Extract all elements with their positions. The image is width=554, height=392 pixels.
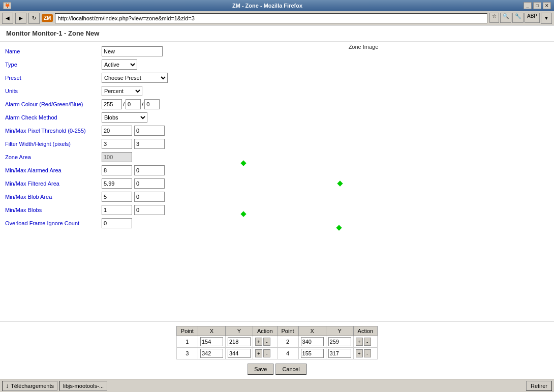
remove-point-1-button[interactable]: - (263, 338, 270, 346)
filtered-area-max[interactable] (134, 178, 165, 189)
filter-size-row: Filter Width/Height (pixels) (3, 137, 170, 150)
color-sep-1: / (123, 101, 125, 107)
blob-area-label: Min/Max Blob Area (3, 190, 100, 203)
remove-point-2-button[interactable]: - (364, 338, 371, 346)
col-x2: X (298, 326, 326, 336)
filter-height-input[interactable] (134, 139, 165, 149)
zone-area-row: Zone Area (3, 150, 170, 164)
col-y2: Y (326, 326, 353, 336)
add-point-3-button[interactable]: + (255, 349, 262, 357)
y4-input[interactable] (328, 349, 351, 358)
title-bar: 🦊 ZM - Zone - Mozilla Firefox _ □ ✕ (0, 0, 554, 11)
col-y1: Y (225, 326, 253, 336)
col-point2: Point (277, 326, 298, 336)
filtered-area-min[interactable] (102, 178, 132, 189)
type-select[interactable]: Active Inclusive Exclusive Preclusive In… (102, 59, 137, 70)
maximize-button[interactable]: □ (533, 2, 541, 9)
alarm-method-label: Alarm Check Method (3, 111, 100, 124)
filtered-area-label: Min/Max Filtered Area (3, 177, 100, 190)
y2-input[interactable] (328, 337, 351, 346)
menu-button[interactable]: ▼ (541, 13, 552, 24)
preset-row: Preset Choose Preset (3, 71, 170, 84)
alarm-method-row: Alarm Check Method Blobs AlarmedPixels F… (3, 111, 170, 124)
downloads-label: Téléchargements (11, 383, 54, 389)
coords-table: Point X Y Action Point X Y Action 1 (176, 326, 378, 359)
save-button[interactable]: Save (248, 364, 273, 375)
window-title: ZM - Zone - Mozilla Firefox (11, 3, 524, 9)
page-title: Monitor Monitor-1 - Zone New (0, 25, 554, 42)
point-2: 2 (277, 336, 298, 348)
blob-area-row: Min/Max Blob Area (3, 190, 170, 203)
x4-input[interactable] (301, 349, 324, 358)
type-row: Type Active Inclusive Exclusive Preclusi… (3, 58, 170, 71)
zone-image-label: Zone Image (173, 42, 554, 52)
libjs-label: libjs-mootools-... (63, 383, 104, 389)
minimize-button[interactable]: _ (524, 2, 532, 9)
blobs-max[interactable] (134, 205, 165, 215)
blobs-label: Min/Max Blobs (3, 203, 100, 217)
blobs-min[interactable] (102, 205, 132, 215)
name-label: Name (3, 45, 100, 58)
libjs-status[interactable]: libjs-mootools-... (59, 381, 107, 391)
bookmark-star-icon[interactable]: ☆ (489, 13, 499, 23)
add-point-2-button[interactable]: + (356, 338, 363, 346)
retirer-button[interactable]: Retirer (526, 381, 552, 391)
preset-select[interactable]: Choose Preset (102, 73, 168, 83)
pixel-threshold-min[interactable] (102, 126, 132, 136)
y3-input[interactable] (228, 349, 251, 358)
alarm-red-input[interactable] (102, 99, 122, 109)
point-3: 3 (176, 348, 198, 359)
alarm-method-select[interactable]: Blobs AlarmedPixels FilteredPixels (102, 112, 147, 123)
alarmed-area-min[interactable] (102, 165, 132, 175)
add-point-4-button[interactable]: + (356, 349, 363, 357)
alarm-green-input[interactable] (126, 99, 141, 109)
col-x1: X (198, 326, 225, 336)
table-row: 1 + - 2 (176, 336, 377, 348)
col-action2: Action (353, 326, 378, 336)
x1-input[interactable] (200, 337, 223, 346)
nav-bar: ◀ ▶ ↻ ZM ☆ 🔍 🔧 ABP ▼ (0, 11, 554, 25)
coords-table-wrapper: Point X Y Action Point X Y Action 1 (4, 326, 550, 359)
downloads-status[interactable]: ↓ Téléchargements (2, 381, 57, 391)
reload-button[interactable]: ↻ (28, 13, 40, 24)
zone-dot-1 (240, 160, 246, 166)
alarm-blue-input[interactable] (144, 99, 160, 109)
x2-input[interactable] (301, 337, 324, 346)
add-point-1-button[interactable]: + (255, 338, 262, 346)
overload-input[interactable] (102, 218, 132, 228)
status-bar: ↓ Téléchargements libjs-mootools-... Ret… (0, 379, 554, 392)
forward-button[interactable]: ▶ (15, 13, 26, 24)
zone-dot-3 (240, 211, 246, 217)
tools-addon-icon[interactable]: 🔧 (512, 13, 524, 23)
alarmed-area-max[interactable] (134, 165, 165, 175)
page-content: Monitor Monitor-1 - Zone New Name Type (0, 25, 554, 379)
url-bar[interactable] (55, 13, 487, 23)
remove-point-4-button[interactable]: - (364, 349, 371, 357)
point-1: 1 (176, 336, 198, 348)
zm-logo: ZM (42, 14, 53, 22)
close-button[interactable]: ✕ (543, 2, 551, 9)
blob-area-max[interactable] (134, 192, 165, 202)
y1-input[interactable] (228, 337, 251, 346)
remove-point-3-button[interactable]: - (263, 349, 270, 357)
alarmed-area-row: Min/Max Alarmed Area (3, 164, 170, 177)
point-4: 4 (277, 348, 298, 359)
back-button[interactable]: ◀ (2, 13, 13, 24)
zone-canvas (173, 52, 554, 296)
download-icon: ↓ (6, 382, 9, 389)
name-input[interactable] (102, 46, 163, 56)
blob-area-min[interactable] (102, 192, 132, 202)
abp-addon-button[interactable]: ABP (525, 13, 540, 23)
zone-area-input (102, 152, 132, 162)
zone-dot-2 (337, 180, 343, 186)
cancel-button[interactable]: Cancel (275, 364, 306, 375)
search-addon-icon[interactable]: 🔍 (500, 13, 511, 23)
col-action1: Action (253, 326, 277, 336)
pixel-threshold-max[interactable] (134, 126, 165, 136)
units-row: Units Percent Pixels (3, 84, 170, 98)
filter-width-input[interactable] (102, 139, 132, 149)
zone-area-label: Zone Area (3, 150, 100, 164)
preset-label: Preset (3, 71, 100, 84)
units-select[interactable]: Percent Pixels (102, 86, 142, 96)
x3-input[interactable] (200, 349, 223, 358)
